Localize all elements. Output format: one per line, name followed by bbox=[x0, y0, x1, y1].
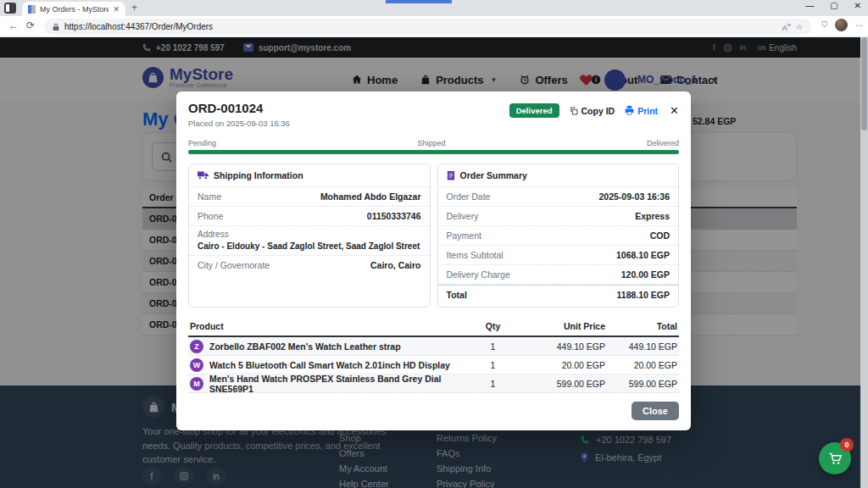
read-aloud-icon[interactable]: A» bbox=[782, 21, 791, 32]
copy-icon bbox=[570, 107, 578, 115]
page-content: +20 1022 798 597 support@mystore.com f i… bbox=[0, 37, 868, 488]
city-label: City / Governorate bbox=[198, 260, 270, 270]
summary-label: Delivery bbox=[447, 211, 479, 221]
product-name: Men's Hand Watch PROSPEX Stainless Band … bbox=[209, 374, 470, 394]
close-button[interactable]: Close bbox=[632, 402, 679, 420]
product-unit-price: 20.00 EGP bbox=[516, 360, 605, 370]
window-minimize-button[interactable]: — bbox=[805, 1, 814, 10]
product-qty: 1 bbox=[470, 341, 516, 352]
summary-label: Order Date bbox=[447, 191, 491, 202]
shipping-info-card: Shipping Information Name Mohamed Abdo E… bbox=[188, 164, 431, 308]
print-button[interactable]: Print bbox=[625, 106, 658, 116]
step-pending: Pending bbox=[188, 139, 216, 147]
order-details-modal: ORD-001024 Placed on 2025-09-03 16:36 De… bbox=[176, 92, 691, 430]
product-qty: 1 bbox=[470, 379, 516, 389]
status-badge: Delivered bbox=[509, 103, 559, 118]
name-label: Name bbox=[198, 191, 221, 202]
summary-value: 2025-09-03 16:36 bbox=[599, 191, 670, 202]
product-row: W Watch 5 Bluetooth Call Smart Watch 2.0… bbox=[188, 356, 679, 374]
browser-tab[interactable]: My Orders - MyStore ✕ bbox=[22, 2, 125, 16]
cart-icon bbox=[829, 452, 842, 465]
summary-label: Delivery Charge bbox=[447, 269, 510, 280]
lock-icon bbox=[53, 23, 59, 31]
tab-close-icon[interactable]: ✕ bbox=[113, 5, 120, 14]
total-label: Total bbox=[447, 290, 467, 300]
summary-label: Payment bbox=[447, 230, 481, 241]
scrollbar-thumb[interactable] bbox=[861, 37, 867, 130]
order-progress-bar bbox=[188, 150, 679, 154]
product-total: 599.00 EGP bbox=[605, 379, 677, 389]
summary-value: COD bbox=[650, 230, 670, 241]
customer-city: Cairo, Cairo bbox=[370, 260, 421, 270]
url-text: https://localhost:44367/Order/MyOrders bbox=[64, 22, 777, 31]
browser-toolbar: ← ⟳ https://localhost:44367/Order/MyOrde… bbox=[0, 16, 868, 37]
customer-name: Mohamed Abdo Elgazar bbox=[320, 191, 421, 202]
tab-strip-accent bbox=[386, 0, 452, 3]
col-product: Product bbox=[190, 321, 470, 331]
product-total: 20.00 EGP bbox=[605, 360, 677, 370]
summary-value: Express bbox=[635, 211, 670, 221]
step-delivered: Delivered bbox=[647, 139, 679, 147]
product-qty: 1 bbox=[470, 360, 516, 370]
cart-fab-button[interactable]: 0 bbox=[819, 442, 851, 474]
col-qty: Qty bbox=[470, 321, 516, 331]
tab-favicon bbox=[28, 5, 36, 14]
browser-menu-icon[interactable]: ⋯ bbox=[855, 21, 863, 30]
customer-address: Cairo - Eldouky - Saad Zaglol Street, Sa… bbox=[198, 241, 421, 251]
col-unit-price: Unit Price bbox=[516, 321, 605, 331]
product-name: Watch 5 Bluetooth Call Smart Watch 2.01i… bbox=[209, 360, 450, 370]
window-maximize-button[interactable]: ▢ bbox=[830, 1, 837, 10]
order-placed-date: Placed on 2025-09-03 16:36 bbox=[188, 119, 290, 128]
window-close-button[interactable]: ✕ bbox=[854, 1, 861, 10]
product-unit-price: 599.00 EGP bbox=[516, 379, 605, 389]
summary-title: Order Summary bbox=[460, 170, 527, 180]
product-name: Zorbello ZBAF002 Men's Watch Leather str… bbox=[209, 341, 401, 352]
url-bar[interactable]: https://localhost:44367/Order/MyOrders A… bbox=[44, 19, 811, 35]
shipping-title: Shipping Information bbox=[214, 170, 303, 180]
product-avatar: Z bbox=[190, 340, 203, 353]
truck-icon bbox=[198, 171, 209, 180]
step-shipped: Shipped bbox=[417, 139, 445, 147]
cart-badge: 0 bbox=[840, 438, 854, 452]
bookmark-star-icon[interactable]: ☆ bbox=[796, 23, 803, 31]
tab-title: My Orders - MyStore bbox=[40, 5, 108, 14]
window-sidebar-icon[interactable] bbox=[4, 3, 16, 14]
printer-icon bbox=[625, 106, 634, 115]
product-unit-price: 449.10 EGP bbox=[516, 341, 605, 352]
copy-id-button[interactable]: Copy ID bbox=[570, 106, 615, 116]
browser-tab-strip: My Orders - MyStore ✕ + — ▢ ✕ bbox=[0, 0, 868, 16]
summary-value: 1068.10 EGP bbox=[616, 250, 670, 260]
product-avatar: W bbox=[190, 358, 203, 372]
col-total: Total bbox=[605, 321, 677, 331]
summary-value: 120.00 EGP bbox=[621, 269, 670, 280]
favorites-bar-icon[interactable]: ⛉ bbox=[821, 20, 827, 30]
order-summary-card: Order Summary Order Date 2025-09-03 16:3… bbox=[437, 164, 680, 308]
modal-close-icon[interactable]: ✕ bbox=[670, 104, 679, 117]
product-avatar: M bbox=[190, 377, 203, 391]
receipt-icon bbox=[447, 171, 455, 180]
product-row: Z Zorbello ZBAF002 Men's Watch Leather s… bbox=[188, 337, 679, 356]
new-tab-button[interactable]: + bbox=[131, 2, 137, 14]
phone-label: Phone bbox=[198, 211, 223, 221]
products-table: Product Qty Unit Price Total Z Zorbello … bbox=[188, 319, 679, 393]
page-scrollbar[interactable] bbox=[860, 37, 868, 488]
summary-label: Items Subtotal bbox=[447, 250, 504, 260]
customer-phone: 01150333746 bbox=[367, 211, 421, 221]
browser-profile-avatar[interactable] bbox=[835, 19, 848, 31]
refresh-button[interactable]: ⟳ bbox=[26, 19, 35, 31]
total-value: 1188.10 EGP bbox=[617, 290, 670, 300]
product-row: M Men's Hand Watch PROSPEX Stainless Ban… bbox=[188, 374, 679, 393]
address-label: Address bbox=[198, 230, 421, 239]
product-total: 449.10 EGP bbox=[605, 341, 677, 352]
order-id: ORD-001024 bbox=[188, 101, 290, 115]
back-button[interactable]: ← bbox=[8, 19, 19, 31]
